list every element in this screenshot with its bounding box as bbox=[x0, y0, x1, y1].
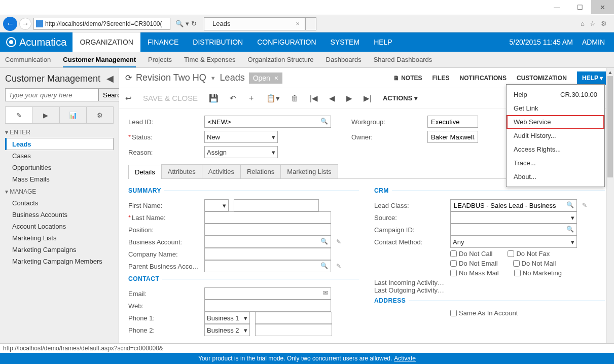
nav-back[interactable]: ← bbox=[3, 17, 17, 31]
help-menu-item[interactable]: About... bbox=[507, 170, 604, 184]
new-tab-button[interactable] bbox=[305, 17, 316, 30]
mail-icon[interactable]: ✉ bbox=[323, 289, 328, 297]
company-input[interactable] bbox=[204, 248, 331, 260]
phone2-type[interactable]: Business 2▾ bbox=[204, 324, 250, 336]
favorites-icon[interactable]: ☆ bbox=[590, 20, 596, 27]
window-maximize[interactable]: ☐ bbox=[568, 0, 591, 14]
crumb-action-notifications[interactable]: NOTIFICATIONS bbox=[460, 71, 507, 85]
checkbox[interactable]: Do Not Fax bbox=[508, 250, 550, 258]
help-button[interactable]: HELP ▾ bbox=[577, 71, 608, 85]
tab-relations[interactable]: Relations bbox=[240, 164, 281, 178]
last-name-input[interactable] bbox=[204, 211, 331, 224]
phone2-input[interactable] bbox=[255, 324, 332, 336]
play-icon[interactable]: ▶ bbox=[32, 107, 59, 123]
lead-class-input[interactable] bbox=[450, 199, 577, 211]
lookup-icon[interactable]: 🔍 bbox=[566, 201, 574, 208]
tree-item[interactable]: Marketing Campaign Members bbox=[5, 256, 114, 267]
lookup-icon[interactable]: 🔍 bbox=[320, 262, 328, 269]
gear-icon[interactable]: ⚙ bbox=[87, 107, 113, 123]
subnav-item[interactable]: Customer Management bbox=[63, 56, 136, 67]
lookup-icon[interactable]: 🔍 bbox=[320, 238, 328, 245]
refresh-icon[interactable]: ↻ bbox=[191, 20, 197, 27]
subnav-item[interactable]: Organization Structure bbox=[247, 56, 313, 63]
edit-icon[interactable]: ✎ bbox=[582, 202, 587, 209]
sidebar-search-input[interactable] bbox=[5, 88, 98, 101]
lookup-icon[interactable]: 🔍 bbox=[320, 118, 328, 125]
help-menu-item[interactable]: Get Link bbox=[507, 101, 604, 115]
parent-acct-input[interactable] bbox=[204, 260, 331, 272]
checkbox[interactable]: Do Not Mail bbox=[513, 260, 556, 267]
salutation-select[interactable]: ▾ bbox=[204, 199, 229, 211]
tree-group[interactable]: ▾ MANAGE bbox=[5, 188, 114, 195]
campaign-input[interactable] bbox=[450, 224, 577, 236]
close-tab-icon[interactable]: × bbox=[296, 20, 300, 27]
browser-tab[interactable]: Leads × bbox=[204, 17, 305, 30]
subnav-item[interactable]: Projects bbox=[148, 56, 172, 63]
undo-icon[interactable]: ↶ bbox=[230, 94, 236, 103]
reason-select[interactable]: Assign▾ bbox=[204, 146, 278, 158]
nav-forward[interactable]: → bbox=[19, 18, 31, 30]
tree-group[interactable]: ▾ ENTER bbox=[5, 129, 114, 136]
collapse-icon[interactable]: ◀ bbox=[106, 73, 114, 84]
chevron-down-icon[interactable]: ▼ bbox=[210, 75, 216, 81]
scroll-up-icon[interactable]: ▲ bbox=[606, 68, 614, 76]
crumb-action-notes[interactable]: 🗎 NOTES bbox=[393, 71, 422, 85]
source-select[interactable]: ▾ bbox=[450, 211, 577, 224]
email-input[interactable] bbox=[204, 287, 331, 300]
tree-item[interactable]: Mass Emails bbox=[5, 173, 114, 185]
tab-attributes[interactable]: Attributes bbox=[161, 164, 202, 178]
scrollbar[interactable]: ▲ ▼ bbox=[606, 68, 614, 353]
subnav-item[interactable]: Dashboards bbox=[326, 56, 362, 63]
window-minimize[interactable]: — bbox=[546, 0, 568, 14]
crumb-action-customization[interactable]: CUSTOMIZATION bbox=[517, 71, 567, 85]
status-select[interactable]: New▾ bbox=[204, 131, 278, 143]
help-menu-item[interactable]: Trace... bbox=[507, 156, 604, 170]
tree-item[interactable]: Opportunities bbox=[5, 162, 114, 173]
edit-icon[interactable]: ✎ bbox=[336, 263, 341, 270]
subnav-item[interactable]: Time & Expenses bbox=[184, 56, 235, 63]
module-distribution[interactable]: DISTRIBUTION bbox=[186, 32, 250, 52]
phone1-input[interactable] bbox=[255, 312, 332, 324]
tab-details[interactable]: Details bbox=[128, 165, 162, 179]
tree-item[interactable]: Cases bbox=[5, 150, 114, 162]
module-system[interactable]: SYSTEM bbox=[323, 32, 367, 52]
delete-icon[interactable]: 🗑 bbox=[291, 94, 299, 102]
add-icon[interactable]: ＋ bbox=[247, 93, 255, 103]
checkbox[interactable]: No Mass Mail bbox=[450, 269, 499, 277]
prev-icon[interactable]: ◀ bbox=[329, 94, 335, 103]
tools-icon[interactable]: ⚙ bbox=[601, 20, 607, 27]
actions-menu[interactable]: ACTIONS ▾ bbox=[383, 94, 418, 102]
help-menu-item[interactable]: Access Rights... bbox=[507, 142, 604, 156]
scroll-thumb[interactable] bbox=[607, 76, 613, 177]
first-icon[interactable]: |◀ bbox=[310, 94, 318, 103]
workgroup-input[interactable] bbox=[427, 116, 478, 128]
back-icon[interactable]: ↩ bbox=[125, 94, 132, 103]
tab-activities[interactable]: Activities bbox=[202, 164, 241, 178]
module-organization[interactable]: ORGANIZATION bbox=[73, 32, 140, 52]
status-chip[interactable]: Open × bbox=[249, 72, 282, 84]
lead-id-input[interactable] bbox=[204, 116, 331, 128]
module-finance[interactable]: FINANCE bbox=[140, 32, 186, 52]
header-user[interactable]: ADMIN bbox=[582, 38, 605, 46]
chart-icon[interactable]: 📊 bbox=[60, 107, 87, 123]
checkbox[interactable]: Do Not Call bbox=[450, 250, 492, 258]
url-bar[interactable]: http://localhost/demo/?ScreenId=CR30100( bbox=[33, 18, 170, 30]
module-help[interactable]: HELP bbox=[367, 32, 400, 52]
subnav-item[interactable]: Communication bbox=[5, 56, 51, 63]
tab-marketing lists[interactable]: Marketing Lists bbox=[280, 164, 338, 178]
phone1-type[interactable]: Business 1▾ bbox=[204, 312, 250, 324]
contact-method-select[interactable]: Any▾ bbox=[450, 236, 577, 248]
edit-icon[interactable]: ✎ bbox=[6, 107, 32, 123]
lookup-icon[interactable]: 🔍 bbox=[566, 226, 574, 233]
crumb-screen[interactable]: Leads bbox=[220, 72, 245, 83]
tree-item[interactable]: Business Accounts bbox=[5, 209, 114, 221]
help-menu-item[interactable]: Audit History... bbox=[507, 129, 604, 142]
tree-item[interactable]: Leads bbox=[5, 138, 114, 150]
position-input[interactable] bbox=[204, 224, 331, 236]
next-icon[interactable]: ▶ bbox=[346, 94, 352, 103]
subnav-item[interactable]: Shared Dashboards bbox=[374, 56, 432, 63]
window-close[interactable]: ✕ bbox=[591, 0, 614, 14]
first-name-input[interactable] bbox=[234, 199, 319, 211]
dropdown-icon[interactable]: ▾ bbox=[186, 20, 189, 27]
close-icon[interactable]: × bbox=[274, 74, 278, 82]
